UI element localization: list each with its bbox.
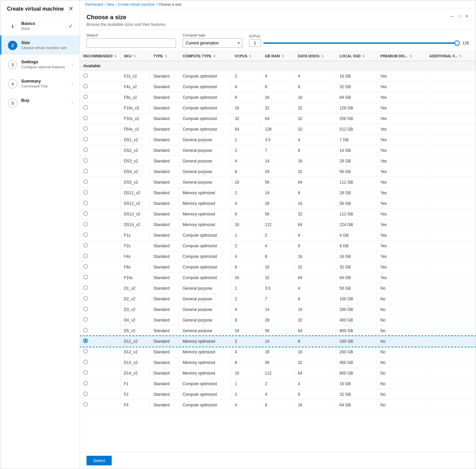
sidebar-item-summary[interactable]: 4 Summary Commvault Trial ›	[0, 74, 80, 93]
breadcrumb-new[interactable]: New	[107, 2, 114, 6]
radio-button[interactable]	[83, 317, 88, 322]
cell-premium_dis: Yes	[377, 71, 426, 82]
radio-button[interactable]	[83, 391, 88, 396]
col-recommended[interactable]: RECOMMENDED ⇅	[80, 51, 120, 61]
vcpu-min-input[interactable]	[249, 39, 261, 47]
radio-button[interactable]	[83, 275, 88, 279]
table-row[interactable]: D14_v2StandardMemory optimized1611264800…	[80, 368, 476, 379]
table-row[interactable]: D1_v2StandardGeneral purpose13.5450 GBNo	[80, 283, 476, 294]
col-data-disks[interactable]: DATA DISKS ⇅	[294, 51, 336, 61]
breadcrumb-dashboard[interactable]: Dashboard	[85, 2, 103, 6]
table-row[interactable]: F2StandardCompute optimized24832 GBNo	[80, 389, 476, 400]
table-row[interactable]: F8sStandardCompute optimized8163232 GBYe…	[80, 262, 476, 272]
radio-button[interactable]	[83, 73, 88, 78]
table-row[interactable]: DS4_v2StandardGeneral purpose8283256 GBY…	[80, 166, 476, 177]
radio-button[interactable]	[83, 169, 88, 173]
cell-premium_dis: No	[377, 347, 426, 357]
breadcrumb-create-vm[interactable]: Create virtual machine	[118, 2, 154, 6]
radio-button[interactable]	[83, 126, 88, 131]
table-row[interactable]: DS3_v2StandardGeneral purpose4141628 GBY…	[80, 156, 476, 166]
select-button[interactable]: Select	[87, 456, 112, 465]
col-sku[interactable]: SKU ⇅	[120, 51, 150, 61]
table-row[interactable]: D11_v2StandardMemory optimized2148100 GB…	[80, 336, 476, 347]
radio-button[interactable]	[83, 349, 88, 354]
col-type[interactable]: TYPE ⇅	[150, 51, 179, 61]
table-row[interactable]: F4s_v2StandardCompute optimized48832 GBY…	[80, 82, 476, 92]
table-row[interactable]: DS2_v2StandardGeneral purpose27814 GBYes	[80, 145, 476, 156]
table-row[interactable]: F16s_v2StandardCompute optimized16323212…	[80, 103, 476, 113]
table-row[interactable]: F64s_v2StandardCompute optimized64128325…	[80, 124, 476, 135]
close-icon[interactable]: ✕	[69, 6, 73, 12]
table-row[interactable]: F8s_v2StandardCompute optimized8161664 G…	[80, 92, 476, 103]
radio-button[interactable]	[83, 211, 88, 216]
sidebar-item-settings[interactable]: 3 Settings Configure optional features ›	[0, 55, 80, 74]
table-row[interactable]: D12_v2StandardMemory optimized42816200 G…	[80, 347, 476, 357]
table-row[interactable]: D5_v2StandardGeneral purpose165664800 GB…	[80, 325, 476, 336]
col-vcpus[interactable]: VCPUS ⇅	[231, 51, 262, 61]
table-row[interactable]: D4_v2StandardGeneral purpose82832400 GBN…	[80, 315, 476, 325]
radio-button[interactable]	[83, 190, 88, 195]
table-row[interactable]: F4sStandardCompute optimized481616 GBYes	[80, 251, 476, 262]
table-row[interactable]: F32s_v2StandardCompute optimized32643225…	[80, 113, 476, 124]
radio-button[interactable]	[83, 360, 88, 364]
radio-button[interactable]	[83, 222, 88, 226]
search-input[interactable]	[87, 38, 176, 48]
cell-data_disks: 64	[294, 219, 336, 230]
radio-button[interactable]	[83, 243, 88, 248]
radio-button[interactable]	[83, 84, 88, 88]
cell-data_disks: 16	[294, 347, 336, 357]
table-row[interactable]: F1StandardCompute optimized12416 GBNo	[80, 379, 476, 389]
table-row[interactable]: F2sStandardCompute optimized2488 GBYes	[80, 241, 476, 251]
radio-button[interactable]	[83, 381, 88, 385]
sidebar-item-buy[interactable]: 5 Buy ›	[0, 93, 80, 112]
table-row[interactable]: DS5_v2StandardGeneral purpose165664112 G…	[80, 177, 476, 188]
table-row[interactable]: F16sStandardCompute optimized16326464 GB…	[80, 272, 476, 283]
table-row[interactable]: DS14_v2StandardMemory optimized161126422…	[80, 219, 476, 230]
table-row[interactable]: DS13_v2StandardMemory optimized85632112 …	[80, 209, 476, 219]
window-close-button[interactable]: ✕	[464, 14, 469, 19]
radio-button[interactable]	[83, 254, 88, 258]
radio-button[interactable]	[83, 285, 88, 290]
radio-button[interactable]	[83, 307, 88, 311]
radio-button[interactable]	[83, 232, 88, 237]
radio-button[interactable]	[83, 264, 88, 269]
radio-button[interactable]	[83, 179, 88, 184]
table-row[interactable]: DS12_v2StandardMemory optimized4281656 G…	[80, 198, 476, 209]
vcpu-slider[interactable]	[264, 42, 460, 44]
col-local-ssd[interactable]: LOCAL SSD ⇅	[336, 51, 377, 61]
minimize-button[interactable]: —	[450, 14, 454, 19]
radio-button[interactable]	[83, 296, 88, 301]
cell-local_ssd: 64 GB	[336, 400, 377, 410]
step-number-basics: 1	[8, 22, 17, 31]
table-row[interactable]: D3_v2StandardGeneral purpose41416200 GBN…	[80, 304, 476, 315]
compute-type-select[interactable]: All types Current generation Previous ge…	[183, 38, 242, 48]
radio-button[interactable]	[83, 328, 88, 332]
radio-button[interactable]	[83, 338, 88, 343]
radio-button[interactable]	[83, 137, 88, 142]
radio-button[interactable]	[83, 147, 88, 152]
cell-data_disks: 4	[294, 283, 336, 294]
radio-button[interactable]	[83, 201, 88, 205]
table-row[interactable]: D13_v2StandardMemory optimized85632400 G…	[80, 357, 476, 368]
table-row[interactable]: DS1_v2StandardGeneral purpose13.547 GBYe…	[80, 135, 476, 145]
sidebar-item-size[interactable]: 2 Size Choose virtual machine size ›	[0, 35, 80, 55]
col-gb-ram[interactable]: GB RAM ⇅	[262, 51, 295, 61]
radio-button[interactable]	[83, 370, 88, 375]
col-premium-dis[interactable]: PREMIUM DIS... ⇅	[377, 51, 426, 61]
sidebar-item-basics[interactable]: 1 Basics Done ✓	[0, 16, 80, 35]
table-row[interactable]: F2s_v2StandardCompute optimized24416 GBY…	[80, 71, 476, 82]
table-row[interactable]: DS11_v2StandardMemory optimized214828 GB…	[80, 188, 476, 198]
radio-button[interactable]	[83, 402, 88, 407]
cell-additional	[426, 188, 476, 198]
cell-data_disks: 8	[294, 389, 336, 400]
table-row[interactable]: D2_v2StandardGeneral purpose278100 GBNo	[80, 294, 476, 304]
radio-button[interactable]	[83, 116, 88, 120]
maximize-button[interactable]: □	[457, 14, 462, 19]
col-additional[interactable]: ADDITIONAL F... ⇅	[426, 51, 476, 61]
radio-button[interactable]	[83, 105, 88, 110]
table-row[interactable]: F4StandardCompute optimized481664 GBNo	[80, 400, 476, 410]
radio-button[interactable]	[83, 94, 88, 99]
col-compute-type[interactable]: COMPUTE TYPE ⇅	[179, 51, 231, 61]
table-row[interactable]: F1sStandardCompute optimized1244 GBYes	[80, 230, 476, 241]
radio-button[interactable]	[83, 158, 88, 163]
